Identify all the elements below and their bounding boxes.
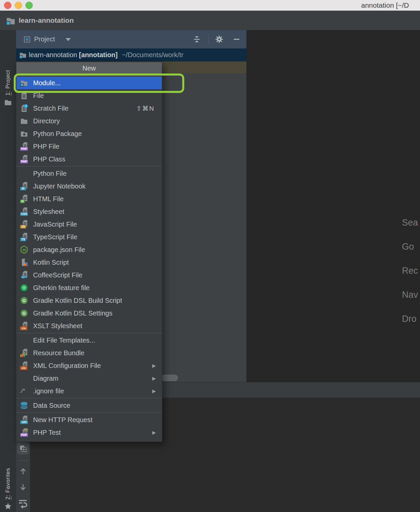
menu-item-kotlin-script[interactable]: Kotlin Script <box>16 256 162 269</box>
menu-item-xml-configuration-file[interactable]: <>XML Configuration File▶ <box>16 359 162 372</box>
svg-text:<>: <> <box>22 327 26 330</box>
submenu-arrow-icon: ▶ <box>152 430 156 435</box>
svg-text:<>: <> <box>22 366 26 370</box>
horizontal-scrollbar-thumb[interactable] <box>162 375 178 381</box>
left-tool-stripe: 1: Project 2: Favorites Structure <box>0 30 16 512</box>
menu-separator <box>16 333 162 333</box>
menu-item-python-file[interactable]: Python File <box>16 167 162 180</box>
submenu-arrow-icon: ▶ <box>152 388 156 394</box>
menu-item-label: XSLT Stylesheet <box>33 322 162 330</box>
kotlin-icon <box>20 258 28 267</box>
menu-item-label: New HTTP Request <box>33 416 162 424</box>
menu-item-diagram[interactable]: Diagram▶ <box>16 372 162 385</box>
menu-item-jupyter-notebook[interactable]: IPJupyter Notebook <box>16 180 162 193</box>
toolwindow-button-project[interactable]: 1: Project <box>0 63 16 96</box>
preview-copy-button[interactable] <box>17 442 29 455</box>
folder-icon[interactable] <box>4 98 12 107</box>
no-icon <box>20 336 28 345</box>
xml-file-icon: <> <box>20 322 28 330</box>
menu-item-python-package[interactable]: Python Package <box>16 127 162 140</box>
svg-text:JS: JS <box>22 248 26 252</box>
menu-item-label: PHP Class <box>33 155 162 163</box>
svg-text:API: API <box>22 420 26 424</box>
menu-item-ignore-file[interactable]: .i*.ignore file▶ <box>16 385 162 397</box>
resource-bundle-icon <box>20 349 28 357</box>
menu-item-label: Directory <box>33 117 162 125</box>
chevron-down-icon[interactable] <box>66 38 71 41</box>
menu-item-label: Resource Bundle <box>33 349 162 357</box>
settings-icon[interactable] <box>215 35 223 43</box>
minimize-button[interactable] <box>15 2 22 9</box>
close-button[interactable] <box>4 2 11 9</box>
menu-item-label: Python Package <box>33 130 162 138</box>
menu-item-javascript-file[interactable]: JSJavaScript File <box>16 218 162 231</box>
star-icon[interactable] <box>4 502 12 511</box>
menu-item-label: Kotlin Script <box>33 259 162 266</box>
ignore-icon: .i* <box>20 387 28 395</box>
menu-item-label: Diagram <box>33 375 152 382</box>
context-menu-title: New <box>16 62 162 75</box>
menu-item-file[interactable]: File <box>16 89 162 102</box>
menu-item-typescript-file[interactable]: TSTypeScript File <box>16 231 162 243</box>
gradle-icon: G <box>20 296 28 305</box>
svg-text:H: H <box>21 200 23 203</box>
toolwindow-button-favorites[interactable]: 2: Favorites <box>0 459 16 500</box>
menu-item-php-test[interactable]: PHPPHP Test▶ <box>16 426 162 439</box>
menu-item-module[interactable]: Module... <box>16 77 162 89</box>
up-arrow-icon[interactable] <box>19 467 27 476</box>
favorites-button-label: 2: Favorites <box>5 459 11 500</box>
menu-item-label: Jupyter Notebook <box>33 182 162 190</box>
php-file-icon: PHP <box>20 142 28 151</box>
menu-item-edit-file-templates[interactable]: Edit File Templates... <box>16 334 162 347</box>
hide-panel-icon[interactable] <box>232 35 241 43</box>
svg-text:G: G <box>22 298 26 303</box>
tree-row-label: learn-annotation [annotation]~/Documents… <box>29 48 184 61</box>
ts-file-icon: TS <box>20 233 28 241</box>
scratch-file-icon <box>20 104 28 113</box>
menu-item-new-http-request[interactable]: APINew HTTP Request <box>16 413 162 426</box>
gradle-icon: G <box>20 309 28 317</box>
new-context-menu: New Module...FileScratch File⇧⌘NDirector… <box>16 62 162 442</box>
tree-row-selected[interactable]: learn-annotation [annotation]~/Documents… <box>16 48 246 61</box>
coffeescript-icon <box>20 271 28 279</box>
menu-item-php-file[interactable]: PHPPHP File <box>16 140 162 153</box>
project-button-label: 1: Project <box>5 63 11 96</box>
menu-item-gradle-kotlin-dsl-build-script[interactable]: GGradle Kotlin DSL Build Script <box>16 294 162 307</box>
soft-wrap-icon[interactable] <box>18 498 28 509</box>
module-icon <box>20 79 28 87</box>
menu-item-scratch-file[interactable]: Scratch File⇧⌘N <box>16 102 162 115</box>
menu-item-coffeescript-file[interactable]: CoffeeScript File <box>16 269 162 281</box>
menu-item-resource-bundle[interactable]: Resource Bundle <box>16 347 162 359</box>
menu-item-php-class[interactable]: PHPPHP Class <box>16 153 162 165</box>
menu-item-label: PHP File <box>33 143 162 150</box>
menu-item-label: TypeScript File <box>33 233 162 241</box>
menu-item-gherkin-feature-file[interactable]: Gherkin feature file <box>16 281 162 294</box>
menu-item-data-source[interactable]: Data Source <box>16 399 162 412</box>
menu-item-label: .ignore file <box>33 387 152 395</box>
menu-item-stylesheet[interactable]: CSSStylesheet <box>16 205 162 218</box>
app-header: learn-annotation <box>0 11 420 30</box>
menu-item-label: Data Source <box>33 402 162 409</box>
data-source-icon <box>20 401 28 410</box>
window-title: annotation [~/D <box>361 0 409 10</box>
menu-item-package-json-file[interactable]: JSpackage.json File <box>16 243 162 256</box>
menu-item-label: Gradle Kotlin DSL Build Script <box>33 297 162 304</box>
menu-item-label: Python File <box>33 170 162 177</box>
package-json-icon: JS <box>20 245 28 254</box>
collapse-all-icon[interactable] <box>193 35 201 43</box>
editor-shortcut-hint: Dro <box>402 314 417 324</box>
menu-item-label: Gradle Kotlin DSL Settings <box>33 309 162 317</box>
php-file-icon: PHP <box>20 155 28 163</box>
svg-text:JS: JS <box>21 225 25 228</box>
ide-window: annotation [~/D learn-annotation 1: Proj… <box>0 0 420 512</box>
submenu-arrow-icon: ▶ <box>152 363 156 368</box>
menu-item-directory[interactable]: Directory <box>16 115 162 127</box>
zoom-button[interactable] <box>25 2 33 9</box>
menu-item-gradle-kotlin-dsl-settings[interactable]: GGradle Kotlin DSL Settings <box>16 307 162 319</box>
menu-item-shortcut: ⇧⌘N <box>136 105 154 112</box>
project-panel-title[interactable]: Project <box>34 30 55 48</box>
down-arrow-icon[interactable] <box>19 483 27 492</box>
menu-item-html-file[interactable]: HHTML File <box>16 193 162 205</box>
jupyter-file-icon: IP <box>20 182 28 190</box>
menu-item-xslt-stylesheet[interactable]: <>XSLT Stylesheet <box>16 319 162 332</box>
